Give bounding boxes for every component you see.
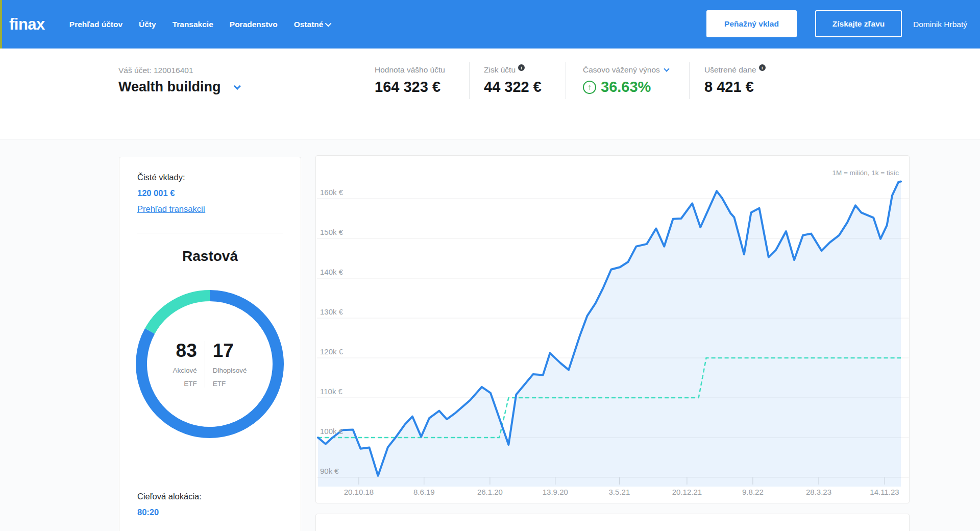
allocation-center: 83 Akciové ETF 17 Dlhopisové ETF [133,287,286,441]
stat-value: 44 322 € [484,79,542,95]
svg-text:9.8.22: 9.8.22 [742,488,764,496]
account-selector[interactable]: Wealth building [118,79,241,95]
svg-text:3.5.21: 3.5.21 [609,488,630,496]
stock-percent: 83 [176,341,197,360]
svg-text:150k €: 150k € [320,228,344,236]
svg-text:120k €: 120k € [320,347,344,356]
divider [469,62,470,99]
bond-percent: 17 [213,341,234,360]
chevron-down-icon [325,20,332,27]
account-name: Wealth building [118,79,220,95]
divider [566,62,566,99]
bond-allocation: 17 Dlhopisové ETF [205,341,247,388]
portfolio-summary-card: Čisté vklady: 120 001 € Prehľad transakc… [119,157,301,531]
stat-label: Hodnota vášho účtu [375,65,445,75]
stock-allocation: 83 Akciové ETF [173,341,205,388]
bottom-card [315,514,910,531]
stat-value: 164 323 € [375,79,445,95]
bond-unit: ETF [213,380,226,388]
bond-label: Dlhopisové [213,367,247,374]
transactions-link[interactable]: Prehľad transakcií [137,204,205,214]
stat-value: 8 421 € [704,79,766,95]
svg-text:100k €: 100k € [320,427,344,436]
svg-text:28.3.23: 28.3.23 [806,488,831,496]
stat-profit: Zisk účtui 44 322 € [484,65,542,95]
target-allocation-value: 80:20 [137,508,159,517]
strategy-title: Rastová [119,248,301,264]
account-summary-row: Váš účet: 120016401 Wealth building Hodn… [0,49,980,139]
user-menu[interactable]: Dominik Hrbatý [913,0,967,49]
divider [689,62,690,99]
divider [137,233,283,233]
stat-label: Ušetrené danei [704,65,766,75]
nav-item-prehlad-uctov[interactable]: Prehľad účtov [69,20,122,29]
target-allocation-label: Cieľová alokácia: [137,492,202,501]
svg-text:13.9.20: 13.9.20 [543,488,568,496]
nav-item-ucty[interactable]: Účty [139,20,156,29]
svg-text:8.6.19: 8.6.19 [413,488,435,496]
chevron-down-icon[interactable] [664,66,669,71]
svg-text:14.11.23: 14.11.23 [870,488,899,496]
performance-chart-card: 90k €100k €110k €120k €130k €140k €150k … [315,155,910,503]
top-bar: finax Prehľad účtov Účty Transakcie Pora… [0,0,980,49]
nav-item-ostatne[interactable]: Ostatné [294,20,332,29]
account-number: Váš účet: 120016401 [118,66,193,75]
main-nav: Prehľad účtov Účty Transakcie Poradenstv… [69,20,332,29]
svg-text:20.10.18: 20.10.18 [344,488,374,496]
arrow-up-circle-icon: ↑ [583,81,596,94]
net-deposits-label: Čisté vklady: [137,173,185,182]
stock-unit: ETF [184,380,197,388]
penazny-vklad-button[interactable]: Peňažný vklad [706,10,797,37]
net-deposits-value: 120 001 € [137,188,175,198]
stat-time-weighted-return: Časovo vážený výnos ↑ 36.63% [583,65,669,95]
performance-chart-canvas[interactable]: 90k €100k €110k €120k €130k €140k €150k … [316,156,910,504]
info-icon[interactable]: i [759,64,766,71]
finax-logo[interactable]: finax [9,15,45,34]
svg-text:110k €: 110k € [320,387,343,396]
svg-text:130k €: 130k € [320,307,344,316]
window-edge-strip [0,0,2,49]
svg-text:160k €: 160k € [320,188,344,197]
nav-item-poradenstvo[interactable]: Poradenstvo [230,20,278,29]
ziskajte-zlavu-button[interactable]: Získajte zľavu [815,10,902,37]
nav-item-transakcie[interactable]: Transakcie [173,20,213,29]
stock-label: Akciové [173,367,197,374]
svg-text:26.1.20: 26.1.20 [477,488,503,496]
stat-value: ↑ 36.63% [583,79,669,95]
stat-account-value: Hodnota vášho účtu 164 323 € [375,65,445,95]
svg-text:90k €: 90k € [320,467,339,475]
stat-label: Časovo vážený výnos [583,65,669,75]
chevron-down-icon [234,82,241,89]
stat-label: Zisk účtui [484,65,542,75]
stat-saved-taxes: Ušetrené danei 8 421 € [704,65,766,95]
svg-text:140k €: 140k € [320,268,344,276]
svg-text:20.12.21: 20.12.21 [672,488,702,496]
chart-units-note: 1M = milión, 1k = tisíc [832,169,899,177]
info-icon[interactable]: i [518,64,525,71]
